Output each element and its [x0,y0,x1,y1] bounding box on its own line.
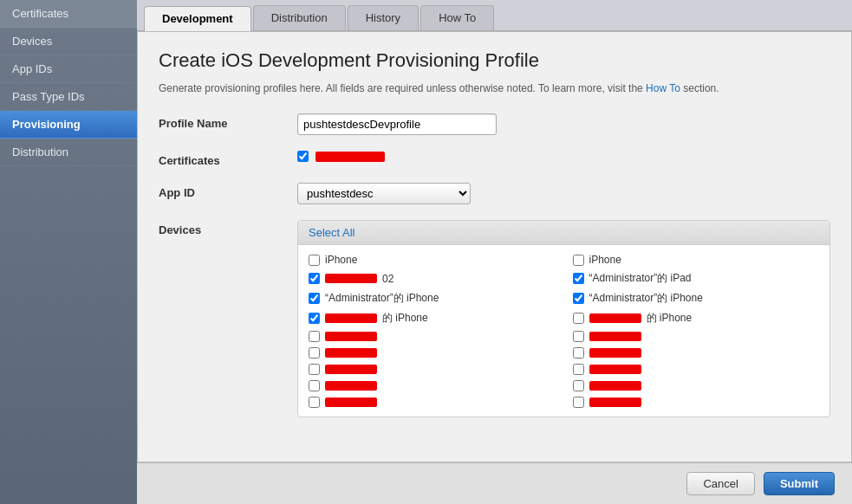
profile-name-label: Profile Name [159,113,297,130]
device-item-left-0: iPhone [309,252,556,268]
device-item-right-1: “Administrator”的 iPad [573,269,820,288]
device-item-left-8 [309,395,556,410]
devices-header: Select All [298,221,829,245]
device-item-left-4 [309,329,556,344]
tab-how-to[interactable]: How To [420,5,494,30]
certificate-name-redacted [315,152,385,162]
sidebar-item-app-ids[interactable]: App IDs [0,55,137,83]
device-name-redacted [589,332,641,341]
device-name-redacted [589,381,641,391]
device-name-redacted [325,397,377,407]
device-prefix-redacted [325,274,377,283]
device-checkbox-right-1[interactable] [573,273,584,284]
device-label: 的 iPhone [647,311,693,326]
device-item-right-0: iPhone [573,252,820,268]
certificate-item [297,151,830,162]
profile-name-field [297,113,830,135]
profile-name-row: Profile Name [159,113,830,135]
device-item-right-4 [573,329,820,344]
device-name-redacted [325,332,377,341]
device-checkbox-right-6[interactable] [573,364,584,375]
sidebar-item-devices[interactable]: Devices [0,28,137,55]
page-description: Generate provisioning profiles here. All… [159,81,830,96]
tab-distribution[interactable]: Distribution [253,5,346,30]
sidebar: Certificates Devices App IDs Pass Type I… [0,0,137,504]
device-checkbox-right-4[interactable] [573,331,584,342]
device-checkbox-left-5[interactable] [309,347,320,359]
device-checkbox-right-5[interactable] [573,347,584,359]
devices-container: Select All iPhoneiPhone02“Administrator”… [297,220,830,417]
device-item-left-2: “Administrator”的 iPhone [309,289,556,307]
device-prefix-redacted [589,313,641,323]
device-prefix-redacted [325,313,377,323]
app-id-label: App ID [159,183,297,199]
sidebar-item-pass-type-ids[interactable]: Pass Type IDs [0,83,137,111]
sidebar-item-certificates[interactable]: Certificates [0,0,137,28]
profile-name-input[interactable] [297,113,497,135]
device-label: “Administrator”的 iPad [589,271,692,286]
certificates-label: Certificates [159,151,297,167]
device-checkbox-left-3[interactable] [309,313,320,324]
device-name-redacted [325,348,377,358]
device-item-left-7 [309,378,556,393]
device-checkbox-left-8[interactable] [309,397,320,408]
device-item-right-7 [573,378,820,393]
device-label: 的 iPhone [382,311,428,326]
device-label: “Administrator”的 iPhone [325,291,439,306]
device-label: 02 [382,273,393,285]
device-name-redacted [589,397,641,407]
certificates-row: Certificates [159,151,830,167]
certificates-field [297,151,830,162]
device-checkbox-right-2[interactable] [573,293,584,304]
device-checkbox-left-0[interactable] [309,255,320,266]
app-id-field: pushtestdesc [297,183,830,204]
device-item-right-8 [573,395,820,410]
device-item-left-3: 的 iPhone [309,309,556,327]
device-item-right-5 [573,346,820,360]
device-checkbox-right-3[interactable] [573,313,584,324]
cancel-button[interactable]: Cancel [686,472,754,495]
app-id-row: App ID pushtestdesc [159,183,830,204]
submit-button[interactable]: Submit [764,472,835,495]
select-all-button[interactable]: Select All [309,226,354,239]
device-checkbox-left-7[interactable] [309,380,320,391]
device-checkbox-left-6[interactable] [309,364,320,375]
device-label: “Administrator”的 iPhone [589,291,703,306]
devices-label: Devices [159,220,297,236]
devices-row: Devices Select All iPhoneiPhone02“Admini… [159,220,830,417]
certificate-checkbox[interactable] [297,151,309,162]
device-checkbox-right-8[interactable] [573,397,584,408]
main-panel: Development Distribution History How To … [137,0,852,504]
device-name-redacted [589,348,641,358]
device-item-right-3: 的 iPhone [573,309,820,327]
tab-development[interactable]: Development [144,6,251,31]
app-id-select[interactable]: pushtestdesc [297,183,471,204]
device-checkbox-right-0[interactable] [573,255,584,266]
device-item-left-5 [309,346,556,360]
device-checkbox-right-7[interactable] [573,380,584,391]
device-label: iPhone [589,254,621,266]
how-to-link[interactable]: How To [646,82,680,94]
page-title: Create iOS Development Provisioning Prof… [159,49,830,72]
device-checkbox-left-2[interactable] [309,293,320,304]
device-name-redacted [325,381,377,391]
tab-bar: Development Distribution History How To [137,0,852,31]
device-item-right-2: “Administrator”的 iPhone [573,289,820,307]
sidebar-item-distribution[interactable]: Distribution [0,139,137,166]
device-item-left-6 [309,362,556,377]
device-name-redacted [589,365,641,374]
devices-field: Select All iPhoneiPhone02“Administrator”… [297,220,830,417]
content-area: Create iOS Development Provisioning Prof… [137,31,852,462]
devices-grid: iPhoneiPhone02“Administrator”的 iPad“Admi… [298,245,829,417]
device-label: iPhone [325,254,357,266]
tab-history[interactable]: History [348,5,419,30]
footer: Cancel Submit [137,462,852,504]
device-checkbox-left-4[interactable] [309,331,320,342]
device-checkbox-left-1[interactable] [309,273,320,284]
sidebar-item-provisioning[interactable]: Provisioning [0,111,137,139]
device-name-redacted [325,365,377,374]
device-item-left-1: 02 [309,269,556,288]
device-item-right-6 [573,362,820,377]
